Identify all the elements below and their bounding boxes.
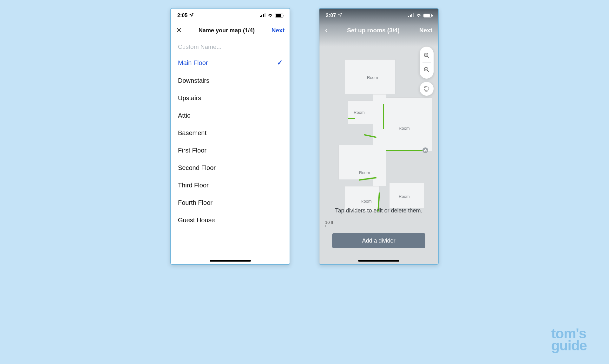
- nav-title: Set up rooms (3/4): [347, 27, 400, 34]
- rotate-90-button[interactable]: 90: [420, 82, 434, 96]
- room-label: Room: [367, 75, 378, 80]
- svg-rect-3: [265, 13, 265, 17]
- option-label: Attic: [178, 112, 190, 119]
- svg-rect-1: [261, 15, 262, 17]
- room-label: Room: [361, 199, 372, 204]
- room-divider[interactable]: [383, 104, 384, 129]
- nav-bar: ✕ Name your map (1/4) Next: [171, 23, 290, 38]
- scale-label: 10 ft: [325, 220, 333, 225]
- option-upstairs[interactable]: Upstairs: [171, 89, 290, 107]
- zoom-in-button[interactable]: [420, 49, 434, 62]
- option-label: Third Floor: [178, 182, 209, 189]
- watermark-line2: guide: [551, 340, 587, 351]
- room-label: Room: [399, 194, 410, 199]
- status-bar: 2:07: [319, 9, 438, 23]
- option-label: Fourth Floor: [178, 199, 213, 206]
- svg-line-13: [428, 71, 429, 72]
- option-label: Main Floor: [178, 59, 208, 67]
- zoom-out-button[interactable]: [420, 63, 434, 77]
- scale-bar: [325, 226, 360, 226]
- option-attic[interactable]: Attic: [171, 107, 290, 124]
- room-label: Room: [359, 170, 370, 175]
- close-button[interactable]: ✕: [176, 26, 182, 35]
- option-label: Second Floor: [178, 164, 216, 172]
- custom-name-input[interactable]: Custom Name...: [171, 38, 290, 54]
- option-downstairs[interactable]: Downstairs: [171, 72, 290, 89]
- next-button[interactable]: Next: [419, 27, 432, 34]
- battery-icon: [423, 14, 432, 17]
- svg-line-9: [428, 56, 429, 58]
- svg-rect-7: [413, 13, 414, 17]
- cellular-signal-icon: [408, 13, 414, 18]
- nav-bar: ‹ Set up rooms (3/4) Next: [319, 23, 438, 38]
- back-button[interactable]: ‹: [325, 26, 327, 35]
- status-time: 2:05: [177, 13, 187, 18]
- floor-plan[interactable]: Room Room Room Room Room Room: [329, 59, 429, 215]
- svg-rect-6: [411, 14, 412, 17]
- room-shape[interactable]: [384, 97, 432, 151]
- home-indicator: [358, 260, 399, 262]
- option-main-floor[interactable]: Main Floor ✓: [171, 54, 290, 72]
- status-bar: 2:05: [171, 9, 290, 23]
- zoom-control-pill: [420, 47, 434, 79]
- svg-rect-0: [260, 16, 261, 17]
- option-label: First Floor: [178, 147, 206, 154]
- location-arrow-icon: [189, 13, 194, 18]
- option-label: Upstairs: [178, 94, 201, 102]
- home-indicator: [210, 260, 251, 262]
- hint-text: Tap dividers to edit or delete them.: [319, 207, 438, 214]
- option-label: Guest House: [178, 217, 215, 224]
- nav-title: Name your map (1/4): [199, 27, 255, 34]
- rotate-label: 90: [425, 89, 428, 93]
- dock-home-icon: [422, 147, 428, 153]
- svg-rect-5: [410, 15, 411, 17]
- room-label: Room: [354, 110, 365, 115]
- svg-rect-4: [408, 16, 409, 17]
- map-name-options: Main Floor ✓ Downstairs Upstairs Attic B…: [171, 54, 290, 229]
- room-label: Room: [399, 126, 410, 131]
- battery-icon: [275, 14, 283, 17]
- cellular-signal-icon: [260, 13, 265, 18]
- checkmark-icon: ✓: [277, 59, 283, 67]
- option-third-floor[interactable]: Third Floor: [171, 177, 290, 194]
- room-divider[interactable]: [386, 150, 422, 151]
- option-basement[interactable]: Basement: [171, 124, 290, 142]
- option-first-floor[interactable]: First Floor: [171, 142, 290, 159]
- next-button[interactable]: Next: [272, 27, 285, 34]
- phone-screenshot-name-map: 2:05 ✕ Name your map (1/4) Next Custom N…: [170, 8, 290, 265]
- wifi-icon: [267, 13, 273, 18]
- phone-screenshot-setup-rooms: 2:07 ‹ Set up rooms (3/4) Next: [319, 8, 439, 265]
- svg-rect-2: [263, 14, 264, 17]
- room-divider[interactable]: [348, 118, 355, 119]
- map-controls: 90: [420, 47, 434, 96]
- toms-guide-watermark: tom's guide: [551, 328, 587, 351]
- option-label: Downstairs: [178, 77, 209, 84]
- option-second-floor[interactable]: Second Floor: [171, 159, 290, 177]
- wifi-icon: [416, 13, 422, 18]
- option-label: Basement: [178, 129, 206, 137]
- option-fourth-floor[interactable]: Fourth Floor: [171, 194, 290, 211]
- map-scale: 10 ft: [325, 220, 360, 226]
- add-divider-button[interactable]: Add a divider: [332, 233, 425, 248]
- location-arrow-icon: [338, 13, 342, 18]
- status-time: 2:07: [326, 13, 336, 18]
- hallway-shape[interactable]: [373, 94, 386, 186]
- option-guest-house[interactable]: Guest House: [171, 211, 290, 229]
